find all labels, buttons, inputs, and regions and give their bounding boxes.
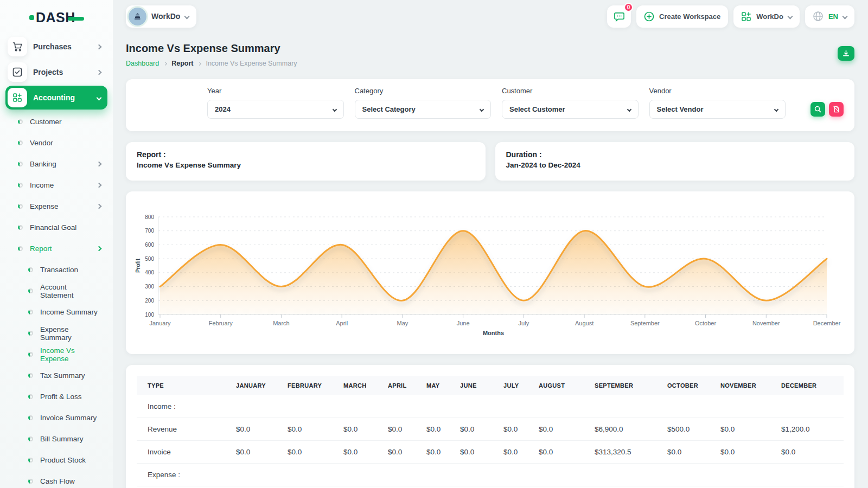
row-type-label: Revenue bbox=[137, 418, 225, 441]
report-card-value: Income Vs Expense Summary bbox=[137, 161, 475, 169]
sidebar-item-expense-summary[interactable]: Expense Summary bbox=[0, 323, 113, 344]
column-header-january: JANUARY bbox=[225, 376, 277, 395]
year-value: 2024 bbox=[215, 105, 231, 113]
bullet-icon bbox=[28, 394, 33, 399]
cell-revenue-february: $0.0 bbox=[277, 418, 333, 441]
chevron-down-icon bbox=[480, 107, 484, 111]
sidebar-item-income-summary[interactable]: Income Summary bbox=[0, 301, 113, 323]
filter-field-category: CategorySelect Category bbox=[355, 87, 492, 119]
svg-text:February: February bbox=[209, 320, 233, 326]
sidebar-item-projects[interactable]: Projects bbox=[5, 60, 107, 84]
sidebar-item-bill-summary[interactable]: Bill Summary bbox=[0, 428, 113, 450]
cell-invoice-september: $313,320.5 bbox=[584, 441, 656, 464]
sidebar-item-expense[interactable]: Expense bbox=[0, 196, 113, 217]
chevron-down-icon bbox=[787, 14, 793, 19]
sidebar-item-label: Customer bbox=[30, 118, 101, 126]
reset-filter-button[interactable] bbox=[829, 102, 844, 117]
category-select[interactable]: Select Category bbox=[355, 100, 492, 119]
sidebar-item-cash-flow[interactable]: Cash Flow bbox=[0, 471, 113, 488]
svg-text:100: 100 bbox=[145, 312, 154, 318]
sidebar-item-label: Tax Summary bbox=[40, 371, 101, 380]
table-row-income: Income : bbox=[137, 395, 844, 418]
page-title: Income Vs Expense Summary bbox=[126, 42, 854, 55]
sidebar-item-purchases[interactable]: Purchases bbox=[5, 35, 107, 59]
sidebar-item-financial-goal[interactable]: Financial Goal bbox=[0, 217, 113, 238]
table-row-revenue: Revenue$0.0$0.0$0.0$0.0$0.0$0.0$0.0$0.0$… bbox=[137, 418, 844, 441]
cell-revenue-june: $0.0 bbox=[449, 418, 493, 441]
sidebar-item-report[interactable]: Report bbox=[0, 238, 113, 259]
create-workspace-label: Create Workspace bbox=[659, 12, 720, 21]
cell-revenue-july: $0.0 bbox=[493, 418, 528, 441]
svg-text:Profit: Profit bbox=[135, 258, 141, 273]
breadcrumb-item-report[interactable]: Report bbox=[171, 60, 193, 67]
sidebar-item-vendor[interactable]: Vendor bbox=[0, 132, 113, 153]
cell-invoice-may: $0.0 bbox=[416, 441, 449, 464]
logo-dash-icon bbox=[68, 17, 84, 21]
sidebar-nav: PurchasesProjectsAccountingCustomerVendo… bbox=[0, 32, 113, 488]
logo-dot-icon bbox=[29, 15, 34, 20]
sidebar-item-label: Product Stock bbox=[40, 456, 101, 464]
svg-text:January: January bbox=[149, 320, 171, 326]
language-selector[interactable]: EN bbox=[805, 5, 854, 28]
download-icon bbox=[843, 50, 850, 57]
cell-invoice-december: $0.0 bbox=[770, 441, 844, 464]
sidebar-item-transaction[interactable]: Transaction bbox=[0, 259, 113, 280]
download-button[interactable] bbox=[838, 46, 854, 61]
workspace-switcher[interactable]: WorkDo bbox=[126, 5, 196, 28]
sidebar-item-profit-loss[interactable]: Profit & Loss bbox=[0, 386, 113, 407]
bullet-icon bbox=[18, 119, 23, 124]
topbar-actions: 0 Create Workspace WorkDo EN bbox=[607, 5, 854, 28]
sidebar-item-product-stock[interactable]: Product Stock bbox=[0, 450, 113, 471]
income-expense-table: TYPEJANUARYFEBRUARYMARCHAPRILMAYJUNEJULY… bbox=[137, 376, 844, 486]
create-workspace-button[interactable]: Create Workspace bbox=[636, 5, 728, 28]
svg-text:400: 400 bbox=[145, 269, 154, 275]
app-switcher-button[interactable]: WorkDo bbox=[733, 5, 800, 28]
column-header-april: APRIL bbox=[377, 376, 416, 395]
app-switcher-label: WorkDo bbox=[756, 12, 783, 21]
category-label: Category bbox=[355, 87, 492, 95]
report-card: Report : Income Vs Expense Summary bbox=[126, 142, 486, 181]
cell-invoice-february: $0.0 bbox=[277, 441, 333, 464]
svg-text:August: August bbox=[575, 320, 593, 326]
breadcrumb-item-dashboard[interactable]: Dashboard bbox=[126, 60, 159, 67]
cart-icon bbox=[8, 37, 27, 56]
sidebar-item-customer[interactable]: Customer bbox=[0, 111, 113, 132]
summary-cards: Report : Income Vs Expense Summary Durat… bbox=[126, 142, 854, 181]
filter-bar: Year2024CategorySelect CategoryCustomerS… bbox=[126, 79, 854, 131]
sidebar-item-label: Income Summary bbox=[40, 308, 101, 316]
cell-invoice-june: $0.0 bbox=[449, 441, 493, 464]
sidebar-item-invoice-summary[interactable]: Invoice Summary bbox=[0, 407, 113, 428]
grid-plus-icon bbox=[741, 11, 751, 22]
cell-revenue-november: $0.0 bbox=[710, 418, 770, 441]
section-label: Income : bbox=[137, 395, 844, 418]
cell-revenue-april: $0.0 bbox=[377, 418, 416, 441]
vendor-select[interactable]: Select Vendor bbox=[649, 100, 786, 119]
column-header-february: FEBRUARY bbox=[277, 376, 333, 395]
year-select[interactable]: 2024 bbox=[207, 100, 344, 119]
sidebar-item-account-statement[interactable]: Account Statement bbox=[0, 280, 113, 301]
apply-filter-button[interactable] bbox=[810, 102, 825, 117]
sidebar-item-tax-summary[interactable]: Tax Summary bbox=[0, 365, 113, 386]
bullet-icon bbox=[28, 415, 33, 420]
sidebar-item-income-vs-expense[interactable]: Income Vs Expense bbox=[0, 344, 113, 365]
svg-text:600: 600 bbox=[145, 242, 154, 248]
breadcrumb: DashboardReportIncome Vs Expense Summary bbox=[126, 60, 854, 67]
sidebar-item-label: Income Vs Expense bbox=[40, 346, 101, 363]
svg-text:300: 300 bbox=[145, 284, 154, 290]
globe-icon bbox=[813, 11, 824, 22]
column-header-september: SEPTEMBER bbox=[584, 376, 656, 395]
vendor-label: Vendor bbox=[649, 87, 786, 95]
messages-button[interactable]: 0 bbox=[607, 5, 631, 28]
app-logo[interactable]: DASH bbox=[0, 0, 113, 32]
sidebar-item-income[interactable]: Income bbox=[0, 175, 113, 196]
duration-card-label: Duration : bbox=[506, 150, 844, 159]
chevron-right-icon bbox=[97, 162, 102, 167]
row-type-label: Invoice bbox=[137, 441, 225, 464]
svg-text:July: July bbox=[519, 320, 529, 326]
chevron-down-icon bbox=[843, 14, 848, 19]
customer-select[interactable]: Select Customer bbox=[502, 100, 639, 119]
column-header-october: OCTOBER bbox=[656, 376, 710, 395]
sidebar-item-accounting[interactable]: Accounting bbox=[5, 86, 107, 110]
bullet-icon bbox=[18, 246, 23, 251]
sidebar-item-banking[interactable]: Banking bbox=[0, 153, 113, 175]
